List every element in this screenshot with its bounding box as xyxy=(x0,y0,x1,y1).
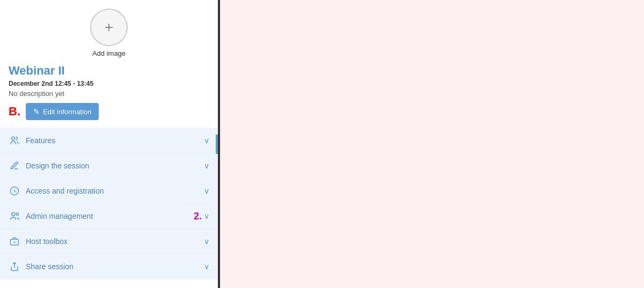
edit-information-button[interactable]: ✎ Edit information xyxy=(26,103,99,120)
design-session-label: Design the session xyxy=(26,161,204,170)
edit-button-label: Edit information xyxy=(43,108,91,116)
sidebar-collapse-button[interactable]: ❮ xyxy=(216,135,220,154)
add-image-container: + Add image xyxy=(9,9,209,57)
add-image-button[interactable]: + xyxy=(90,9,128,46)
menu-item-admin-management[interactable]: Admin management2.∨ xyxy=(0,204,218,229)
webinar-date: December 2nd 12:45 - 13:45 xyxy=(9,80,209,87)
add-image-label: Add image xyxy=(92,49,126,57)
features-icon xyxy=(9,135,20,146)
share-session-label: Share session xyxy=(26,262,204,271)
host-toolbox-icon xyxy=(9,235,20,247)
design-session-icon xyxy=(9,160,20,172)
menu-item-host-toolbox[interactable]: Host toolbox∨ xyxy=(0,229,218,254)
plus-icon: + xyxy=(105,20,113,35)
host-toolbox-label: Host toolbox xyxy=(26,237,204,246)
design-session-chevron: ∨ xyxy=(204,161,209,170)
menu-item-share-session[interactable]: Share session∨ xyxy=(0,254,218,279)
admin-management-icon xyxy=(9,210,20,222)
webinar-title: Webinar II xyxy=(9,64,209,78)
svg-point-3 xyxy=(16,213,19,216)
svg-point-0 xyxy=(12,137,15,140)
access-registration-label: Access and registration xyxy=(26,187,204,195)
sidebar: + Add image Webinar II December 2nd 12:4… xyxy=(0,0,220,288)
features-chevron: ∨ xyxy=(204,136,209,145)
menu-item-access-registration[interactable]: Access and registration∨ xyxy=(0,179,218,204)
share-session-icon xyxy=(9,261,20,272)
sidebar-top: + Add image Webinar II December 2nd 12:4… xyxy=(0,0,218,128)
admin-management-label: Admin management xyxy=(26,212,194,220)
menu-item-design-session[interactable]: Design the session∨ xyxy=(0,153,218,179)
access-registration-icon xyxy=(9,185,20,197)
edit-row: B. ✎ Edit information xyxy=(9,103,209,120)
access-registration-chevron: ∨ xyxy=(204,187,209,195)
edit-icon: ✎ xyxy=(33,107,40,116)
host-toolbox-chevron: ∨ xyxy=(204,237,209,246)
features-label: Features xyxy=(26,136,204,145)
svg-point-2 xyxy=(12,212,15,216)
admin-management-chevron: ∨ xyxy=(204,212,209,220)
menu-list: Features∨Design the session∨Access and r… xyxy=(0,128,218,288)
b-label: B. xyxy=(9,105,20,119)
webinar-description: No description yet xyxy=(9,90,209,98)
admin-management-badge: 2. xyxy=(194,211,202,222)
main-content xyxy=(220,0,644,288)
menu-item-features[interactable]: Features∨ xyxy=(0,128,218,153)
share-session-chevron: ∨ xyxy=(204,262,209,271)
